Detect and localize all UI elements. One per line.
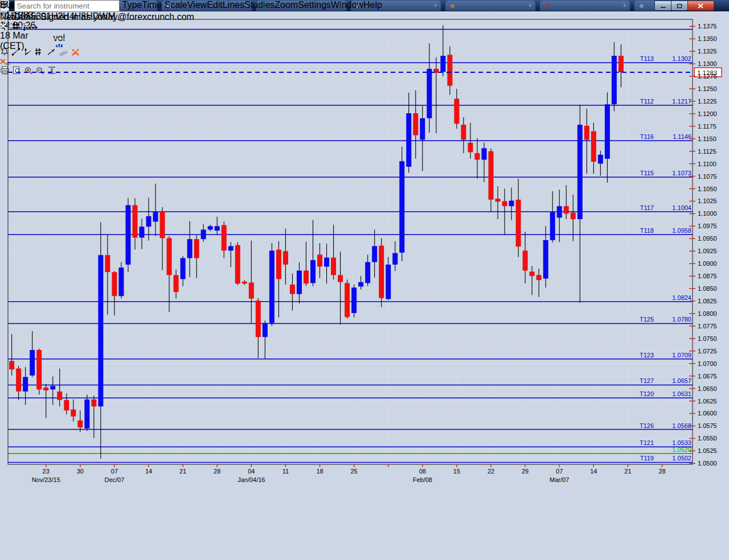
svg-text:1.0800: 1.0800 [698,310,717,317]
svg-text:1.1217: 1.1217 [672,98,691,105]
svg-text:1.1302: 1.1302 [672,55,691,62]
svg-text:21: 21 [179,468,186,475]
svg-text:1.0550: 1.0550 [698,435,717,442]
svg-text:Feb/08: Feb/08 [413,476,432,483]
candle-jan-07 [269,250,275,323]
svg-text:1.0824: 1.0824 [672,294,691,301]
candle-dec-16 [160,212,165,238]
chart-area: EUR/USD , Daily, # 90 / 500 1.1283T1131.… [0,0,722,489]
candle-dec-07 [112,272,117,296]
candle-feb-26 [516,200,521,247]
candle-dec-21 [181,258,186,279]
candle-jan-08 [276,250,281,279]
svg-text:1.1225: 1.1225 [698,98,717,105]
candle-jan-06 [263,323,268,337]
candle-jan-29 [379,246,384,298]
svg-text:1.0568: 1.0568 [672,422,691,429]
candle-nov-20 [36,350,42,389]
candle-feb-05 [413,113,418,135]
levels[interactable] [8,30,693,463]
candle-dec-29 [222,225,227,251]
search-icon [2,1,11,9]
svg-text:1.0675: 1.0675 [698,373,717,380]
signed-in-label: Signed in as yohay@forexcrunch.com [40,12,194,22]
candle-feb-24 [502,201,507,206]
svg-text:T120: T120 [640,390,654,397]
candle-jan-27 [365,262,370,283]
svg-text:1.0900: 1.0900 [698,260,717,267]
candle-feb-04 [406,113,411,167]
svg-text:1.1100: 1.1100 [698,160,716,167]
svg-text:1.0780: 1.0780 [672,316,691,323]
svg-text:1.0825: 1.0825 [698,298,717,304]
svg-text:1.0725: 1.0725 [698,348,717,355]
svg-text:1.1175: 1.1175 [698,123,716,130]
svg-text:1.1300: 1.1300 [698,60,717,67]
candle-nov-19 [30,350,35,376]
svg-text:1.0625: 1.0625 [698,398,717,405]
candle-mar-09 [571,213,576,219]
status-bar: NetDania Signed in as yohay@forexcrunch.… [0,0,194,22]
candle-feb-29 [523,250,528,270]
svg-text:15: 15 [453,468,460,475]
candle-feb-09 [427,69,432,118]
candle-jan-14 [304,270,309,283]
candle-feb-22 [489,151,494,200]
search-input[interactable] [14,0,120,12]
candle-feb-23 [495,199,501,201]
candle-feb-12 [447,55,452,85]
candle-dec-08 [118,267,124,296]
candle-mar-15 [598,155,603,164]
svg-text:23: 23 [43,468,50,475]
svg-text:1.0950: 1.0950 [698,235,717,242]
svg-text:1.0525: 1.0525 [698,447,717,454]
svg-text:T119: T119 [640,455,654,462]
candle-jan-15 [310,260,316,283]
svg-text:Nov/23/15: Nov/23/15 [32,476,60,483]
candle-mar-18 [619,56,624,72]
svg-text:1.0975: 1.0975 [698,223,717,229]
candle-dec-15 [153,212,158,222]
svg-text:1.1325: 1.1325 [698,48,717,55]
candle-feb-01 [386,265,391,299]
candle-feb-03 [399,161,404,253]
svg-text:07: 07 [556,468,563,475]
svg-text:T115: T115 [640,170,654,176]
candles[interactable] [9,26,624,459]
candle-nov-26 [64,400,69,410]
candle-dec-28 [215,226,220,230]
svg-text:1.1200: 1.1200 [698,110,717,117]
svg-text:28: 28 [658,468,665,475]
candle-feb-25 [509,201,514,207]
instrument-search[interactable] [0,0,194,12]
candle-mar-03 [543,240,548,279]
svg-text:1.0502: 1.0502 [672,455,691,462]
candle-nov-25 [57,392,62,400]
candle-feb-19 [481,148,486,159]
candle-dec-02 [91,400,96,406]
y-axis: 1.13751.13501.13251.13001.12751.12501.12… [689,23,717,467]
svg-text:T117: T117 [640,204,654,211]
svg-text:T126: T126 [640,422,654,429]
svg-text:29: 29 [522,468,529,475]
svg-text:Jan/04/16: Jan/04/16 [237,476,265,483]
candle-mar-16 [605,104,610,159]
svg-text:1.1075: 1.1075 [698,173,717,180]
candle-dec-03 [98,255,103,406]
candle-mar-14 [591,131,596,162]
candle-mar-11 [584,126,589,140]
candle-nov-24 [50,386,55,389]
candlestick-chart[interactable]: 1.1283T1131.1302T1121.1217T1161.1146T115… [0,10,722,487]
candle-dec-04 [105,255,110,272]
candle-jan-05 [256,300,261,337]
svg-text:T125: T125 [640,316,654,323]
candle-feb-17 [468,143,473,153]
candle-jan-11 [283,251,288,265]
svg-text:1.0520: 1.0520 [672,446,691,453]
svg-text:1.1150: 1.1150 [698,135,716,142]
candle-feb-08 [420,118,425,140]
candle-mar-02 [536,275,542,280]
candle-dec-30 [228,246,234,250]
svg-text:1.1004: 1.1004 [672,204,691,211]
svg-text:1.1250: 1.1250 [698,85,717,92]
